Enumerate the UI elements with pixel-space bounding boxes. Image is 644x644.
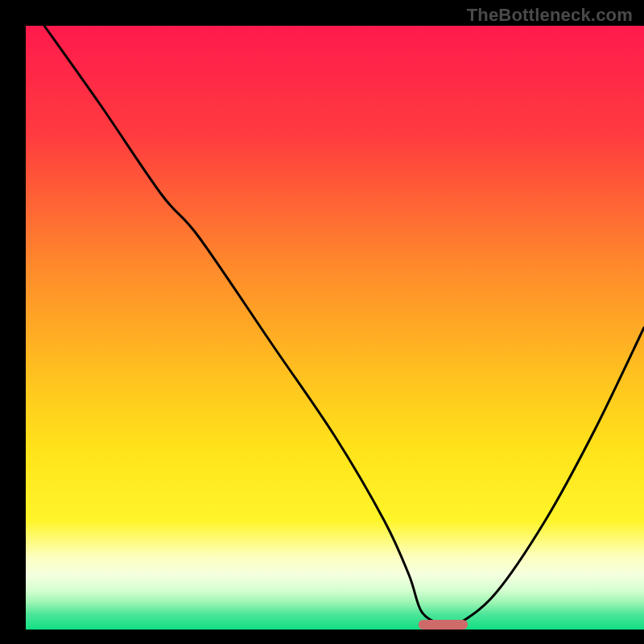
plot-area bbox=[26, 26, 644, 630]
gradient-background bbox=[26, 26, 644, 630]
optimal-range-marker bbox=[419, 620, 468, 630]
chart-root: TheBottleneck.com bbox=[0, 0, 644, 644]
bottleneck-chart bbox=[0, 0, 644, 644]
watermark-text: TheBottleneck.com bbox=[467, 5, 633, 26]
